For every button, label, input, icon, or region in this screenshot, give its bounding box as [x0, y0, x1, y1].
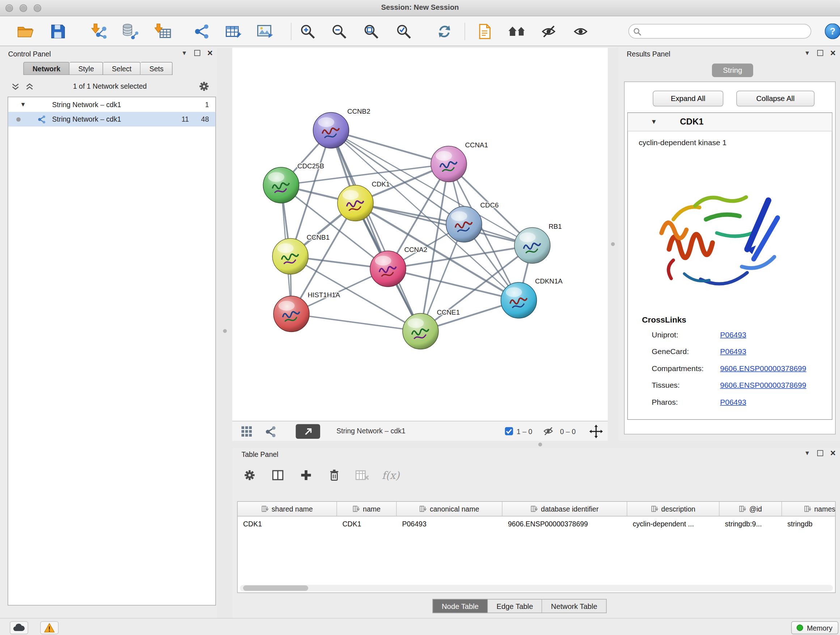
column-gear-button[interactable]	[240, 466, 259, 485]
panel-menu-icon[interactable]: ▼	[804, 450, 810, 456]
show-neighbors-button[interactable]	[505, 19, 529, 43]
hidden-eye-icon[interactable]	[543, 426, 554, 438]
cell-database-identifier[interactable]: 9606.ENSP00000378699	[502, 516, 627, 532]
function-builder-button: f(x)	[381, 466, 401, 485]
panel-float-icon[interactable]	[194, 50, 201, 56]
selected-nodes-checkbox[interactable]	[505, 427, 513, 437]
expand-all-button[interactable]: Expand All	[653, 91, 723, 107]
open-documentation-button[interactable]	[473, 19, 497, 43]
panel-close-icon[interactable]: ×	[207, 50, 213, 56]
clear-table-button-disabled	[353, 466, 372, 485]
node-CDK1[interactable]: CDK1	[338, 180, 390, 221]
crosslink-value-genecard[interactable]: P06493	[720, 347, 746, 356]
bottom-splitter[interactable]	[232, 441, 840, 448]
gear-icon[interactable]	[199, 81, 210, 92]
import-network-database-button[interactable]	[118, 19, 142, 43]
column-header-canonical-name[interactable]: canonical name	[397, 502, 503, 516]
node-label-CCNA2: CCNA2	[404, 246, 428, 253]
delete-column-button[interactable]	[325, 466, 344, 485]
birds-eye-view-icon[interactable]	[241, 426, 253, 440]
crosslink-value-compartments[interactable]: 9606.ENSP00000378699	[720, 364, 806, 372]
new-table-button[interactable]	[221, 19, 245, 43]
network-collection-row[interactable]: ▼ String Network – cdk1 1	[8, 97, 216, 112]
help-button[interactable]: ?	[825, 24, 840, 40]
crosslink-value-tissues[interactable]: 9606.ENSP00000378699	[720, 381, 806, 390]
tab-style[interactable]: Style	[69, 62, 103, 75]
panel-close-icon[interactable]: ×	[830, 450, 836, 456]
cell-description[interactable]: cyclin-dependent ...	[627, 516, 720, 532]
save-session-button[interactable]	[46, 19, 70, 43]
cell-canonical-name[interactable]: P06493	[397, 516, 503, 532]
string-tab[interactable]: String	[712, 64, 753, 78]
network-graph[interactable]: CCNB2CCNA1CDC25BCDK1CDC6RB1CCNB1CCNA2CDK…	[232, 48, 608, 421]
cloud-status-button[interactable]	[10, 621, 28, 634]
tab-sets[interactable]: Sets	[141, 62, 173, 75]
column-header-name[interactable]: name	[337, 502, 397, 516]
tab-network[interactable]: Network	[24, 62, 70, 75]
gene-panel-header[interactable]: ▼ CDK1	[628, 113, 832, 131]
open-session-button[interactable]	[14, 19, 38, 43]
add-column-button[interactable]	[296, 466, 316, 485]
collection-disclosure-icon[interactable]: ▼	[20, 97, 26, 112]
column-header-shared-name[interactable]: shared name	[238, 502, 337, 516]
network-canvas[interactable]: CCNB2CCNA1CDC25BCDK1CDC6RB1CCNB1CCNA2CDK…	[232, 48, 608, 421]
cell-namespace[interactable]: stringdb	[782, 516, 836, 532]
open-in-new-window-button[interactable]	[296, 424, 321, 439]
panel-close-icon[interactable]: ×	[830, 50, 836, 56]
zoom-selected-button[interactable]	[392, 19, 416, 43]
export-image-button[interactable]	[254, 19, 278, 43]
hide-selected-button[interactable]	[537, 19, 561, 43]
cell-id[interactable]: stringdb:9...	[720, 516, 782, 532]
node-table[interactable]: shared name name canonical name database…	[237, 501, 836, 593]
edge-CCNB2-CCNE1[interactable]	[331, 130, 421, 331]
warnings-button[interactable]	[40, 621, 58, 634]
crosslink-value-pharos[interactable]: P06493	[720, 397, 746, 406]
search-input[interactable]	[644, 25, 807, 38]
collapse-all-button[interactable]: Collapse All	[737, 91, 815, 107]
panel-float-icon[interactable]	[817, 450, 823, 456]
tab-node-table[interactable]: Node Table	[433, 599, 488, 613]
zoom-fit-button[interactable]	[359, 19, 383, 43]
column-header-id[interactable]: @id	[720, 502, 782, 516]
tab-edge-table[interactable]: Edge Table	[488, 599, 542, 613]
network-row-selected[interactable]: String Network – cdk1 11 48	[8, 112, 216, 127]
zoom-out-button[interactable]	[327, 19, 351, 43]
panel-menu-icon[interactable]: ▼	[181, 50, 187, 56]
import-network-file-button[interactable]	[88, 19, 111, 43]
show-all-button[interactable]	[569, 19, 593, 43]
tab-select[interactable]: Select	[103, 62, 141, 75]
scrollbar-thumb[interactable]	[243, 585, 308, 591]
column-header-database-identifier[interactable]: database identifier	[502, 502, 627, 516]
crosslink-value-uniprot[interactable]: P06493	[720, 330, 746, 339]
node-RB1[interactable]: RB1	[515, 223, 562, 264]
panel-menu-icon[interactable]: ▼	[804, 50, 810, 56]
trash-icon	[328, 469, 340, 482]
column-header-namespace[interactable]: namespac	[782, 502, 836, 516]
node-CDC25B[interactable]: CDC25B	[264, 162, 324, 203]
zoom-in-button[interactable]	[296, 19, 320, 43]
cell-name[interactable]: CDK1	[337, 516, 397, 532]
node-CCNA1[interactable]: CCNA1	[431, 141, 488, 182]
cell-shared-name[interactable]: CDK1	[238, 516, 337, 532]
right-splitter[interactable]	[608, 48, 619, 441]
memory-button[interactable]: Memory	[791, 621, 838, 634]
node-CCNB1[interactable]: CCNB1	[272, 233, 330, 274]
show-columns-button[interactable]	[268, 466, 287, 485]
node-CCNB2[interactable]: CCNB2	[313, 108, 370, 149]
gene-disclosure-icon[interactable]: ▼	[651, 118, 657, 126]
panel-float-icon[interactable]	[817, 50, 823, 56]
refresh-view-button[interactable]	[433, 19, 456, 43]
tab-network-table[interactable]: Network Table	[542, 599, 606, 613]
node-HIST1H1A[interactable]: HIST1H1A	[273, 291, 340, 332]
edge-HIST1H1A-CCNE1[interactable]	[292, 314, 421, 331]
column-header-description[interactable]: description	[627, 502, 720, 516]
edge-CCNB2-CCNA1[interactable]	[331, 130, 449, 164]
import-table-file-button[interactable]	[152, 19, 175, 43]
table-row[interactable]: CDK1 CDK1 P06493 9606.ENSP00000378699 cy…	[238, 516, 835, 532]
fit-crosshair-icon[interactable]	[589, 424, 603, 440]
network-overview-icon[interactable]	[265, 426, 277, 440]
horizontal-scrollbar[interactable]	[240, 585, 833, 592]
left-splitter[interactable]	[217, 48, 232, 618]
new-network-button[interactable]	[190, 19, 214, 43]
image-icon	[257, 24, 274, 39]
